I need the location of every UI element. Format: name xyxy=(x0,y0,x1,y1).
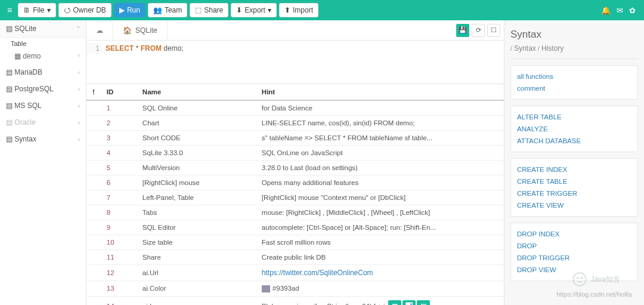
export-button[interactable]: ⬇ Export ▾ xyxy=(231,3,277,17)
tab-sqlite[interactable]: 🏠SQLite xyxy=(113,21,168,40)
cell-id: 8 xyxy=(101,205,137,220)
sidebar-item-syntax[interactable]: ▤ Syntax‹ xyxy=(0,131,86,147)
sidebar-table-demo[interactable]: ▦ demo ‹ xyxy=(0,48,86,64)
hint-link[interactable]: https://twitter.com/SqliteOnlineCom xyxy=(262,269,373,277)
cell-name: Share xyxy=(137,250,256,265)
table-row[interactable]: 10Size tableFast scroll million rows xyxy=(86,235,504,250)
syntax-link[interactable]: ATTACH DATABASE xyxy=(517,135,631,147)
sidebar-item-oracle[interactable]: ▤ Oracle‹ xyxy=(0,114,86,131)
cell-hint: Blob - png, jpg, gif or String(base64) [… xyxy=(256,296,504,305)
col-id[interactable]: ID xyxy=(101,84,137,100)
syntax-link[interactable]: all functions xyxy=(517,70,631,82)
chevron-down-icon: ˅ xyxy=(77,26,80,32)
run-button[interactable]: ▶ Run xyxy=(114,3,145,17)
db-icon: ▤ xyxy=(6,101,14,110)
run-icon-button[interactable]: ▤ xyxy=(417,300,430,305)
syntax-link[interactable]: DROP TRIGGER xyxy=(517,252,631,264)
cell-id: 5 xyxy=(101,161,137,175)
table-icon-button[interactable]: ▦ xyxy=(388,300,401,305)
refresh-button[interactable]: ⟳ xyxy=(472,24,485,37)
sidebar-item-mssql[interactable]: ▤ MS SQL‹ xyxy=(0,97,86,114)
syntax-link[interactable]: DROP xyxy=(517,240,631,252)
table-row[interactable]: 6[RightClick] mouseOpens many additional… xyxy=(86,175,504,190)
results-table: ! ID Name Hint 1SQL Onlinefor Data Scien… xyxy=(86,84,504,305)
chart-icon-button[interactable]: 📊 xyxy=(402,300,416,305)
team-button[interactable]: 👥 Team xyxy=(148,3,187,17)
table-row[interactable]: 5MultiVersion3.28.0 to Last (load on set… xyxy=(86,161,504,175)
chevron-left-icon: ‹ xyxy=(78,103,80,109)
chevron-left-icon: ‹ xyxy=(78,86,80,93)
db-icon: ▤ xyxy=(6,85,14,93)
chevron-left-icon: ‹ xyxy=(78,69,80,76)
syntax-link[interactable]: ALTER TABLE xyxy=(517,111,631,123)
table-row[interactable]: 4SqLite 3.33.0SQL OnLine on JavaScript xyxy=(86,146,504,161)
table-row[interactable]: 13ai.Color#9393ad xyxy=(86,281,504,297)
file-button[interactable]: 🗎 File ▾ xyxy=(18,3,55,17)
hamburger-icon[interactable]: ≡ xyxy=(4,5,16,15)
cell-name: Size table xyxy=(137,235,256,250)
cell-id: 4 xyxy=(101,146,137,161)
save-sql-button[interactable]: 💾 xyxy=(456,24,469,37)
syntax-link[interactable]: CREATE INDEX xyxy=(517,164,631,175)
results-panel: ! ID Name Hint 1SQL Onlinefor Data Scien… xyxy=(86,84,504,305)
sql-editor[interactable]: 1 SELECT * FROM demo; xyxy=(86,41,504,84)
syntax-link[interactable]: ANALYZE xyxy=(517,123,631,135)
import-button[interactable]: ⬆ Import xyxy=(279,3,318,17)
new-tab-button[interactable]: ☐ xyxy=(487,24,500,37)
table-row[interactable]: 3Short CODEs" tableName => SELECT * FROM… xyxy=(86,131,504,146)
cell-name: Left-Panel, Table xyxy=(137,190,256,205)
cell-hint: Fast scroll million rows xyxy=(256,235,504,250)
col-hint[interactable]: Hint xyxy=(256,84,504,100)
syntax-link[interactable]: CREATE TABLE xyxy=(517,175,631,187)
syntax-title: Syntax xyxy=(510,25,638,44)
table-row[interactable]: 7Left-Panel, Table[RightClick] mouse "Co… xyxy=(86,190,504,205)
editor-content[interactable]: SELECT * FROM demo; xyxy=(103,43,186,54)
table-row[interactable]: 14ai.ImageBlob - png, jpg, gif or String… xyxy=(86,296,504,305)
crumb-history[interactable]: History xyxy=(541,44,564,53)
cell-hint: Opens many additional features xyxy=(256,175,504,190)
color-swatch xyxy=(262,285,270,292)
export-label: Export xyxy=(244,6,265,14)
db-icon: ▤ xyxy=(6,135,14,143)
sidebar-item-postgresql[interactable]: ▤ PostgreSQL‹ xyxy=(0,81,86,97)
table-row[interactable]: 12ai.Urlhttps://twitter.com/SqliteOnline… xyxy=(86,265,504,281)
svg-point-2 xyxy=(581,278,582,279)
syntax-link[interactable]: CREATE TRIGGER xyxy=(517,187,631,199)
sidebar-item-mariadb[interactable]: ▤ MariaDB‹ xyxy=(0,64,86,81)
play-icon: ▶ xyxy=(119,6,125,14)
cell-hint: LINE-SELECT name, cos(id), sin(id) FROM … xyxy=(256,116,504,131)
sidebar-item-sqlite[interactable]: ▤ SQLite ˅ xyxy=(0,20,86,38)
gear-icon[interactable]: ✿ xyxy=(629,6,636,15)
syntax-link[interactable]: CREATE VIEW xyxy=(517,199,631,211)
syntax-link[interactable]: DROP INDEX xyxy=(517,228,631,240)
owner-db-button[interactable]: ⭯ Owner DB xyxy=(58,3,112,17)
share-button[interactable]: ⬚ Share xyxy=(190,3,228,17)
caret-down-icon: ▾ xyxy=(268,6,271,14)
caret-down-icon: ▾ xyxy=(47,6,51,14)
cell-id: 12 xyxy=(101,265,137,281)
mail-icon[interactable]: ✉ xyxy=(617,6,623,15)
cell-id: 1 xyxy=(101,100,137,116)
tab-cloud[interactable]: ☁ xyxy=(86,21,113,40)
table-row[interactable]: 1SQL Onlinefor Data Science xyxy=(86,100,504,116)
chevron-left-icon: ‹ xyxy=(78,119,80,126)
syntax-link[interactable]: comment xyxy=(517,82,631,94)
cell-name: SQL Editor xyxy=(137,220,256,235)
syntax-card-basic: all functionscomment xyxy=(510,65,638,100)
cell-id: 11 xyxy=(101,250,137,265)
table-row[interactable]: 11ShareCreate public link DB xyxy=(86,250,504,265)
cell-id: 6 xyxy=(101,175,137,190)
notify-icon[interactable]: 🔔 xyxy=(601,6,611,15)
cell-id: 3 xyxy=(101,131,137,146)
share-icon: ⬚ xyxy=(195,6,202,14)
syntax-card-alter: ALTER TABLEANALYZEATTACH DATABASE xyxy=(510,106,638,152)
cell-name: Short CODE xyxy=(137,131,256,146)
table-row[interactable]: 2ChartLINE-SELECT name, cos(id), sin(id)… xyxy=(86,116,504,131)
chevron-left-icon: ‹ xyxy=(78,136,80,143)
col-name[interactable]: Name xyxy=(137,84,256,100)
cell-hint: autocomplete: [Ctrl-Space] or [Alt-Space… xyxy=(256,220,504,235)
crumb-syntax[interactable]: Syntax xyxy=(514,44,536,53)
cloud-icon: ☁ xyxy=(96,26,103,35)
table-row[interactable]: 9SQL Editorautocomplete: [Ctrl-Space] or… xyxy=(86,220,504,235)
table-row[interactable]: 8Tabsmouse: [RightClick] , [MiddleClick]… xyxy=(86,205,504,220)
